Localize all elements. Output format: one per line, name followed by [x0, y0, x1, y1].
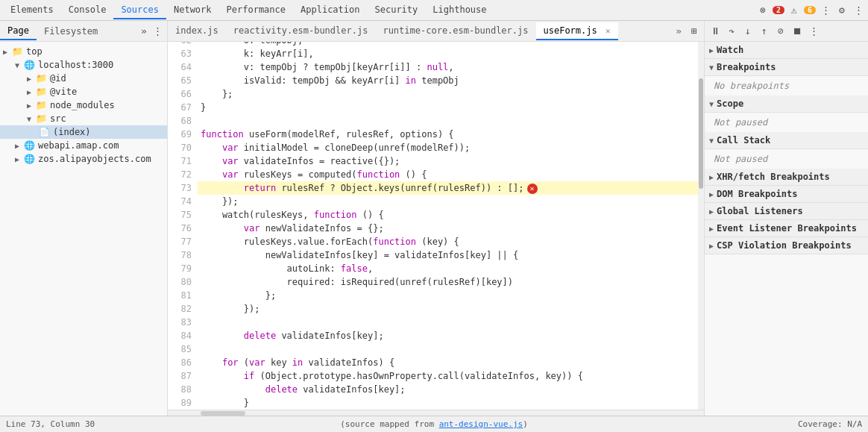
line-content: newValidateInfos[key] = validateInfos[ke…: [198, 248, 698, 262]
deactivate-button[interactable]: ⊘: [773, 24, 788, 39]
source-map-link[interactable]: ant-design-vue.js: [439, 419, 523, 429]
xhr-arrow-icon: ▶: [709, 173, 714, 181]
sidebar-item-vite[interactable]: ▶ 📁 @vite: [0, 85, 167, 98]
line-number: 78: [168, 248, 198, 262]
line-content: };: [198, 87, 698, 101]
callstack-arrow-icon: ▼: [709, 137, 714, 145]
line-number: 64: [168, 60, 198, 74]
sidebar-item-top[interactable]: ▶ 📁 top: [0, 45, 167, 58]
line-number: 73: [168, 181, 198, 195]
breakpoints-section-header[interactable]: ▼ Breakpoints: [705, 59, 868, 76]
tab-lighthouse[interactable]: Lighthouse: [425, 1, 494, 19]
error-icon[interactable]: ⊗: [756, 4, 770, 17]
scope-section-header[interactable]: ▼ Scope: [705, 96, 868, 113]
sidebar-tree: ▶ 📁 top ▼ 🌐 localhost:3000 ▶ 📁 @id: [0, 42, 167, 416]
event-arrow-icon: ▶: [709, 225, 714, 233]
folder-icon-id: 📁: [36, 73, 48, 84]
tree-arrow-zos: ▶: [15, 155, 24, 163]
code-tab-index[interactable]: index.js: [168, 22, 226, 40]
sidebar-item-label-top: top: [26, 46, 43, 57]
callstack-section-header[interactable]: ▼ Call Stack: [705, 132, 868, 149]
more-debug-icon[interactable]: ⋮: [806, 24, 821, 39]
sidebar-tab-page[interactable]: Page: [0, 22, 37, 40]
right-panel-header: ⏸ ↷ ↓ ↑ ⊘ ⏹ ⋮: [705, 21, 868, 42]
customize-icon[interactable]: ⋮: [819, 4, 832, 17]
sidebar-more-icon[interactable]: »: [137, 25, 151, 38]
editor-with-scrollbar: 57 break;58 }59}6061 return {62 o: tempO…: [168, 42, 704, 410]
sidebar-tab-filesystem[interactable]: Filesystem: [37, 23, 105, 40]
tab-sources[interactable]: Sources: [113, 1, 166, 19]
tab-elements[interactable]: Elements: [3, 1, 61, 19]
scope-arrow-icon: ▼: [709, 100, 714, 108]
line-content: return rulesRef ? Object.keys(unref(rule…: [198, 181, 698, 195]
tab-security[interactable]: Security: [368, 1, 426, 19]
more-options-icon[interactable]: ⋮: [852, 4, 865, 17]
csp-section-header[interactable]: ▶ CSP Violation Breakpoints: [705, 237, 868, 254]
callstack-body: Not paused: [705, 149, 868, 169]
line-number: 71: [168, 154, 198, 168]
sidebar-item-amap[interactable]: ▶ 🌐 webapi.amap.com: [0, 139, 167, 152]
mini-scrollbar[interactable]: [698, 42, 704, 410]
tab-performance[interactable]: Performance: [219, 1, 293, 19]
event-section-header[interactable]: ▶ Event Listener Breakpoints: [705, 220, 868, 237]
sidebar-item-id[interactable]: ▶ 📁 @id: [0, 72, 167, 85]
sidebar-item-node-modules[interactable]: ▶ 📁 node_modules: [0, 98, 167, 112]
line-content: [198, 342, 698, 356]
file-icon-index: 📄: [39, 127, 51, 137]
line-number: 86: [168, 356, 198, 369]
sidebar-tab-icons: » ⋮: [137, 25, 167, 38]
pause-button[interactable]: ⏸: [708, 24, 723, 39]
line-content: var initialModel = cloneDeep(unref(model…: [198, 141, 698, 154]
line-number: 70: [168, 141, 198, 154]
line-content: o: tempObj,: [198, 42, 698, 47]
tab-application[interactable]: Application: [293, 1, 367, 19]
sidebar-item-zos[interactable]: ▶ 🌐 zos.alipayobjects.com: [0, 152, 167, 166]
breakpoints-body: No breakpoints: [705, 76, 868, 96]
sidebar-item-label-index: (index): [53, 127, 91, 137]
dom-section-header[interactable]: ▶ DOM Breakpoints: [705, 186, 868, 203]
step-over-button[interactable]: ↷: [724, 24, 739, 39]
line-number: 62: [168, 42, 198, 47]
step-into-button[interactable]: ↓: [740, 24, 755, 39]
xhr-section-header[interactable]: ▶ XHR/fetch Breakpoints: [705, 169, 868, 186]
sidebar-tabs: Page Filesystem » ⋮: [0, 21, 167, 42]
global-section-header[interactable]: ▶ Global Listeners: [705, 203, 868, 220]
tab-network[interactable]: Network: [166, 1, 219, 19]
sidebar-item-label-src: src: [50, 113, 66, 124]
expand-tabs-icon[interactable]: »: [670, 25, 688, 37]
csp-arrow-icon: ▶: [709, 242, 714, 250]
csp-label: CSP Violation Breakpoints: [717, 240, 852, 251]
sidebar-item-localhost[interactable]: ▼ 🌐 localhost:3000: [0, 58, 167, 72]
code-tab-reactivity[interactable]: reactivity.esm-bundler.js: [226, 22, 376, 40]
close-tab-icon[interactable]: ✕: [606, 26, 611, 36]
watch-section-header[interactable]: ▶ Watch: [705, 42, 868, 59]
globe-icon-localhost: 🌐: [24, 60, 36, 70]
code-editor[interactable]: 57 break;58 }59}6061 return {62 o: tempO…: [168, 42, 698, 410]
line-content: k: keyArr[i],: [198, 47, 698, 60]
panel-toggle-icon[interactable]: ⊞: [688, 25, 701, 38]
warning-badge: 6: [804, 6, 816, 14]
code-tab-useform[interactable]: useForm.js ✕: [536, 22, 618, 40]
h-scrollbar-thumb: [201, 411, 245, 416]
coverage-text: Coverage: N/A: [798, 419, 862, 429]
line-number: 72: [168, 168, 198, 181]
sidebar-item-src[interactable]: ▼ 📁 src: [0, 112, 167, 125]
tree-arrow-vite: ▶: [27, 88, 36, 96]
pause-exceptions-button[interactable]: ⏹: [790, 24, 805, 39]
line-number: 87: [168, 369, 198, 383]
settings-icon[interactable]: ⚙: [835, 4, 849, 17]
sidebar-item-index[interactable]: 📄 (index): [0, 125, 167, 139]
source-map-prefix: (source mapped from: [340, 419, 438, 429]
sidebar-menu-icon[interactable]: ⋮: [151, 25, 164, 38]
global-label: Global Listeners: [717, 206, 803, 216]
line-content: [198, 114, 698, 128]
step-out-button[interactable]: ↑: [757, 24, 772, 39]
code-tab-runtime[interactable]: runtime-core.esm-bundler.js: [375, 22, 535, 40]
horizontal-scrollbar[interactable]: [168, 410, 704, 416]
tab-console[interactable]: Console: [61, 1, 114, 19]
warning-icon[interactable]: ⚠: [787, 4, 801, 17]
line-content: [198, 316, 698, 329]
sidebar-item-label-id: @id: [50, 73, 66, 84]
cursor-position: Line 73, Column 30: [6, 419, 95, 429]
line-number: 75: [168, 208, 198, 222]
